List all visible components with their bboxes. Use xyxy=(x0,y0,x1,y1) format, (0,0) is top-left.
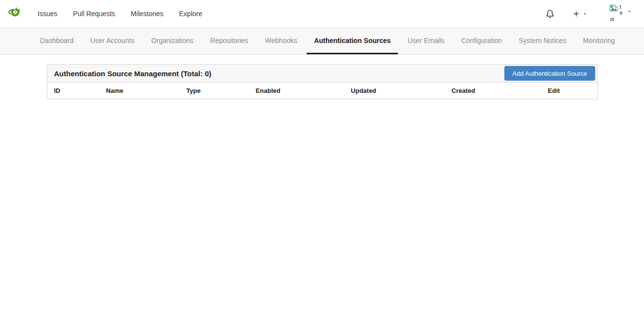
navbar-right: t e st xyxy=(540,4,632,23)
tab-user-accounts[interactable]: User Accounts xyxy=(83,28,142,54)
column-header-name: Name xyxy=(99,83,180,99)
column-header-created: Created xyxy=(445,83,541,99)
create-new-button[interactable] xyxy=(567,10,593,18)
nav-milestones[interactable]: Milestones xyxy=(123,0,171,27)
notifications-button[interactable] xyxy=(540,10,560,18)
tab-authentication-sources[interactable]: Authentication Sources xyxy=(307,28,398,54)
tab-user-emails[interactable]: User Emails xyxy=(400,28,452,54)
tab-system-notices[interactable]: System Notices xyxy=(511,28,573,54)
admin-content: Authentication Source Management (Total:… xyxy=(0,55,644,99)
nav-pull-requests[interactable]: Pull Requests xyxy=(65,0,123,27)
teacup-logo-icon xyxy=(7,5,22,22)
tab-dashboard[interactable]: Dashboard xyxy=(33,28,81,54)
bell-icon xyxy=(546,10,554,18)
page-title: Authentication Source Management (Total:… xyxy=(54,69,211,78)
column-header-type: Type xyxy=(180,83,249,99)
avatar: t e st xyxy=(609,4,624,23)
admin-tabbar: Dashboard User Accounts Organizations Re… xyxy=(0,27,644,55)
gitea-logo[interactable] xyxy=(7,5,22,22)
broken-image-icon xyxy=(609,4,618,12)
column-header-id: ID xyxy=(47,83,99,99)
tab-organizations[interactable]: Organizations xyxy=(144,28,201,54)
plus-icon xyxy=(573,10,580,18)
avatar-alt-fragment: st xyxy=(610,16,614,22)
column-header-edit: Edit xyxy=(541,83,597,99)
chevron-down-icon xyxy=(582,11,587,16)
auth-sources-table: ID Name Type Enabled Updated Created Edi… xyxy=(47,83,598,99)
add-authentication-source-button[interactable]: Add Authentication Source xyxy=(504,66,595,81)
tab-configuration[interactable]: Configuration xyxy=(454,28,509,54)
tab-monitoring[interactable]: Monitoring xyxy=(576,28,622,54)
table-header-row: ID Name Type Enabled Updated Created Edi… xyxy=(47,83,597,99)
tab-webhooks[interactable]: Webhooks xyxy=(258,28,305,54)
chevron-down-icon xyxy=(627,7,632,16)
avatar-alt-fragment: t xyxy=(620,4,621,10)
panel-header: Authentication Source Management (Total:… xyxy=(47,64,598,83)
nav-issues[interactable]: Issues xyxy=(30,0,65,27)
column-header-updated: Updated xyxy=(344,83,445,99)
avatar-alt-fragment: e xyxy=(620,10,623,16)
top-navbar: Issues Pull Requests Milestones Explore xyxy=(0,0,644,27)
column-header-enabled: Enabled xyxy=(249,83,344,99)
nav-explore[interactable]: Explore xyxy=(171,0,210,27)
auth-source-panel: Authentication Source Management (Total:… xyxy=(47,64,598,99)
tab-repositories[interactable]: Repositories xyxy=(203,28,256,54)
user-menu[interactable]: t e st xyxy=(609,4,632,23)
